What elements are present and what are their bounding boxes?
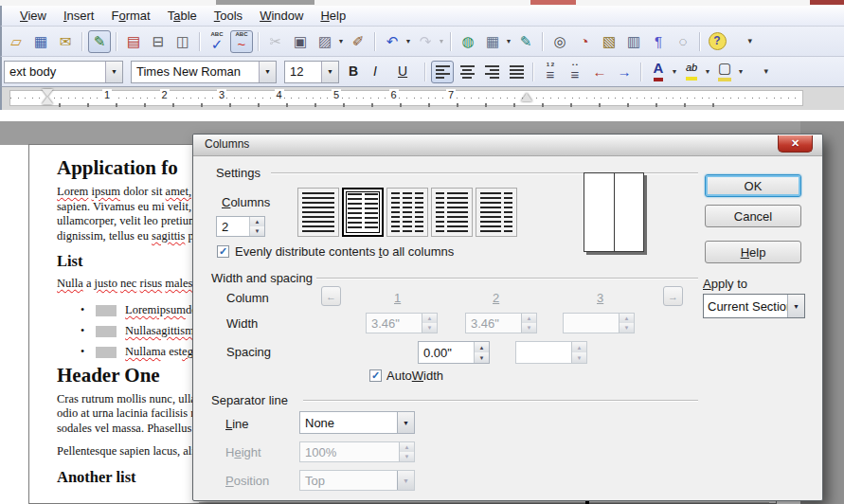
stepper-arrows[interactable]: ▲▼ <box>474 342 489 363</box>
menu-insert[interactable]: Insert <box>55 7 103 25</box>
ok-button[interactable]: OK <box>705 174 801 197</box>
spacing-1-value[interactable]: 0.00" <box>419 346 474 360</box>
line-style-value[interactable]: None <box>300 416 397 430</box>
help-icon[interactable]: ? <box>706 30 728 53</box>
format-toolbar: ext body ▼ Times New Roman ▼ 12 ▼ BIU1 2… <box>0 57 844 87</box>
toolbar-separator <box>258 32 260 51</box>
paste-icon[interactable]: ▨ <box>314 30 336 53</box>
preset-left-narrow[interactable] <box>431 188 473 237</box>
gallery-icon[interactable]: ▧ <box>598 30 620 53</box>
copy-icon[interactable]: ▣ <box>289 30 312 53</box>
menu-table[interactable]: Table <box>159 7 206 25</box>
find-replace-icon[interactable]: ◎ <box>548 30 571 53</box>
menu-help[interactable]: Help <box>312 7 354 25</box>
scroll-columns-left-button[interactable]: ← <box>321 286 341 306</box>
edit-file-icon[interactable]: ✎ <box>88 30 111 53</box>
undo-icon[interactable]: ↶ <box>381 30 404 53</box>
spacing-1-stepper[interactable]: 0.00" ▲▼ <box>418 341 490 364</box>
dialog-titlebar[interactable]: Columns ✕ <box>193 135 822 156</box>
page-preview-icon[interactable]: ◫ <box>171 30 194 53</box>
line-style-dropdown[interactable]: None ▼ <box>299 411 415 434</box>
toolbar-separator <box>81 32 83 51</box>
font-size-combo[interactable]: 12 ▼ <box>284 61 339 83</box>
autowidth-label[interactable]: AutoWidth <box>386 369 443 383</box>
table-dropdown-icon[interactable]: ▼ <box>504 30 513 53</box>
navigator-icon[interactable]: ◔ <box>573 30 596 53</box>
italic-icon[interactable]: I <box>372 61 395 83</box>
format-paintbrush-icon[interactable]: ✐ <box>347 30 369 53</box>
toolbar-overflow-icon[interactable]: ▾ <box>730 30 753 53</box>
chevron-down-icon[interactable]: ▼ <box>321 62 338 82</box>
highlighting-icon[interactable]: ab <box>680 61 703 83</box>
settings-group-label: Settings <box>216 166 266 180</box>
underline-icon[interactable]: U <box>397 61 420 83</box>
columns-value[interactable]: 2 <box>217 220 249 234</box>
apply-to-dropdown[interactable]: Current Section ▼ <box>703 294 805 318</box>
font-name-value[interactable]: Times New Roman <box>132 64 259 79</box>
justify-icon[interactable] <box>505 61 528 83</box>
increase-indent-icon[interactable]: → <box>613 61 636 83</box>
toolbar-separator <box>199 32 201 51</box>
chevron-down-icon[interactable]: ▼ <box>787 295 804 317</box>
align-right-icon[interactable] <box>480 61 503 83</box>
stepper-arrows[interactable]: ▲▼ <box>249 217 264 236</box>
data-sources-icon[interactable]: ▥ <box>622 30 645 53</box>
table-icon[interactable]: ▦ <box>481 30 504 53</box>
background-color-icon[interactable]: ▢ <box>713 61 736 83</box>
autowidth-checkbox[interactable]: ✓ <box>369 369 382 382</box>
font-color-icon[interactable]: A <box>647 61 670 83</box>
menu-view[interactable]: View <box>11 7 55 25</box>
spellcheck-icon[interactable]: ABC✓ <box>206 30 228 53</box>
export-pdf-icon[interactable]: ▤ <box>122 30 145 53</box>
menu-window[interactable]: Window <box>251 7 312 25</box>
preset-right-narrow[interactable] <box>476 188 517 237</box>
position-value: Top <box>300 474 397 488</box>
horizontal-ruler[interactable]: 1234567 <box>0 87 844 110</box>
hyperlink-icon[interactable]: ◍ <box>457 30 479 53</box>
autospellcheck-icon[interactable]: ABC~ <box>230 30 253 53</box>
evenly-distribute-label[interactable]: Evenly distribute contents to all column… <box>235 244 454 259</box>
align-left-icon[interactable] <box>431 61 454 83</box>
close-icon[interactable]: ✕ <box>778 135 813 153</box>
right-indent-marker[interactable] <box>521 93 532 101</box>
paste-dropdown-icon[interactable]: ▼ <box>336 30 346 53</box>
formatbar-overflow-icon[interactable]: ▾ <box>746 61 769 83</box>
bullet-list-icon[interactable]: • •≡ <box>564 61 586 83</box>
draw-functions-icon[interactable]: ✎ <box>514 30 537 53</box>
decrease-indent-icon[interactable]: ← <box>588 61 611 83</box>
background-color-dropdown-icon[interactable]: ▼ <box>736 61 745 83</box>
chevron-down-icon[interactable]: ▼ <box>105 62 122 82</box>
cancel-button[interactable]: Cancel <box>705 205 801 227</box>
columns-stepper[interactable]: 2 ▲▼ <box>216 216 265 237</box>
chevron-down-icon[interactable]: ▼ <box>397 412 414 433</box>
preset-one-column[interactable] <box>297 188 339 237</box>
menu-tools[interactable]: Tools <box>206 7 251 25</box>
formatting-marks-icon[interactable]: ¶ <box>647 30 670 53</box>
open-icon[interactable]: ▱ <box>5 30 27 53</box>
field-shading-box <box>96 305 117 316</box>
bold-icon[interactable]: B <box>348 61 370 83</box>
font-size-value[interactable]: 12 <box>285 64 321 79</box>
font-name-combo[interactable]: Times New Roman ▼ <box>131 61 277 83</box>
print-icon[interactable]: ⊟ <box>147 30 170 53</box>
apply-to-value[interactable]: Current Section <box>704 299 787 314</box>
highlighting-dropdown-icon[interactable]: ▼ <box>703 61 712 83</box>
menu-format[interactable]: Format <box>102 7 158 25</box>
chevron-down-icon[interactable]: ▼ <box>259 62 276 82</box>
mail-icon[interactable]: ✉ <box>54 30 77 53</box>
paragraph-style-combo[interactable]: ext body ▼ <box>4 61 123 83</box>
evenly-distribute-checkbox[interactable]: ✓ <box>217 245 229 258</box>
font-color-dropdown-icon[interactable]: ▼ <box>670 61 679 83</box>
column-row-label: Column <box>226 291 269 305</box>
help-button[interactable]: Help <box>705 241 801 263</box>
save-icon[interactable]: ▦ <box>29 30 52 53</box>
numbered-list-icon[interactable]: 1 2≡ <box>539 61 562 83</box>
align-center-icon[interactable] <box>456 61 478 83</box>
undo-dropdown-icon[interactable]: ▼ <box>404 30 413 53</box>
zoom-icon[interactable]: ◌ <box>672 30 694 53</box>
field-shading-box <box>96 326 117 337</box>
preset-two-columns[interactable] <box>342 188 384 237</box>
preset-three-columns[interactable] <box>386 188 428 237</box>
scroll-columns-right-button[interactable]: → <box>663 286 683 306</box>
paragraph-style-value[interactable]: ext body <box>5 64 105 79</box>
